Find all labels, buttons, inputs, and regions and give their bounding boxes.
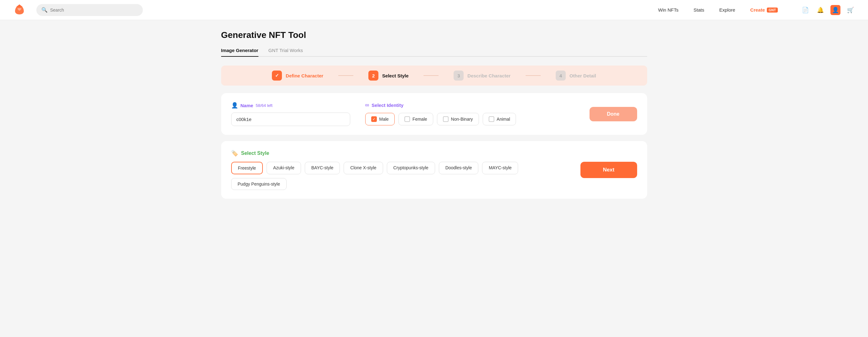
identity-male[interactable]: ✓ Male bbox=[365, 113, 395, 125]
document-icon[interactable]: 📄 bbox=[800, 5, 810, 15]
step-4-label: Other Detail bbox=[569, 73, 596, 78]
define-character-card: 👤 Name 58/64 left ∞ Select Identity ✓ Ma… bbox=[221, 93, 647, 135]
infinity-icon: ∞ bbox=[365, 102, 369, 109]
tab-gnt-trial-works[interactable]: GNT Trial Works bbox=[269, 48, 303, 56]
identity-label-group: ∞ Select Identity bbox=[365, 102, 575, 109]
gnt-badge: GNT bbox=[767, 7, 778, 12]
step-2-num: 2 bbox=[368, 71, 378, 81]
navbar: 🔍 Win NFTs Stats Explore Create GNT 📄 🔔 … bbox=[0, 0, 868, 20]
style-cryptopunks[interactable]: Cryptopunks-style bbox=[387, 162, 435, 174]
search-icon: 🔍 bbox=[41, 7, 48, 13]
nav-links: Win NFTs Stats Explore Create GNT 📄 🔔 👤 … bbox=[658, 5, 856, 15]
tag-icon: 🏷️ bbox=[231, 150, 238, 157]
user-icon[interactable]: 👤 bbox=[830, 5, 840, 15]
nav-icon-group: 📄 🔔 👤 🛒 bbox=[800, 5, 856, 15]
step-1-label: Define Character bbox=[286, 73, 323, 78]
identity-non-binary-label: Non-Binary bbox=[451, 117, 473, 122]
logo[interactable] bbox=[12, 2, 26, 18]
identity-section: ∞ Select Identity ✓ Male Female Non-Bina… bbox=[365, 102, 575, 125]
nav-create[interactable]: Create GNT bbox=[750, 7, 778, 12]
identity-female[interactable]: Female bbox=[398, 113, 433, 125]
identity-animal[interactable]: Animal bbox=[483, 113, 516, 125]
checkbox-male: ✓ bbox=[371, 116, 377, 122]
identity-non-binary[interactable]: Non-Binary bbox=[437, 113, 479, 125]
cart-icon[interactable]: 🛒 bbox=[845, 5, 856, 15]
select-style-card: 🏷️ Select Style Freestyle Azuki-style BA… bbox=[221, 141, 647, 199]
step-3-num: 3 bbox=[454, 71, 464, 81]
style-options: Freestyle Azuki-style BAYC-style Clone X… bbox=[231, 162, 570, 190]
identity-label: Select Identity bbox=[372, 103, 403, 108]
tabs: Image Generator GNT Trial Works bbox=[221, 48, 647, 57]
identity-male-label: Male bbox=[379, 117, 389, 122]
page-title: Generative NFT Tool bbox=[221, 30, 647, 40]
step-2: 2 Select Style bbox=[368, 71, 408, 81]
name-label-group: 👤 Name 58/64 left bbox=[231, 102, 350, 109]
name-section: 👤 Name 58/64 left bbox=[231, 102, 350, 126]
style-mayc[interactable]: MAYC-style bbox=[482, 162, 518, 174]
step-divider-2 bbox=[424, 75, 438, 76]
name-input[interactable] bbox=[231, 113, 350, 126]
step-3: 3 Describe Character bbox=[454, 71, 510, 81]
style-azuki[interactable]: Azuki-style bbox=[267, 162, 301, 174]
stepper: ✓ Define Character 2 Select Style 3 Desc… bbox=[221, 65, 647, 86]
identity-options: ✓ Male Female Non-Binary Animal bbox=[365, 113, 575, 125]
nav-explore[interactable]: Explore bbox=[719, 7, 735, 12]
style-freestyle[interactable]: Freestyle bbox=[231, 162, 263, 174]
checkbox-female bbox=[404, 116, 410, 122]
step-2-label: Select Style bbox=[382, 73, 408, 78]
bell-icon[interactable]: 🔔 bbox=[815, 5, 826, 15]
search-bar[interactable]: 🔍 bbox=[36, 4, 143, 16]
checkbox-animal bbox=[489, 116, 494, 122]
style-doodles[interactable]: Doodles-style bbox=[439, 162, 478, 174]
step-4: 4 Other Detail bbox=[556, 71, 596, 81]
style-pudgy-penguins[interactable]: Pudgy Penguins-style bbox=[231, 178, 287, 190]
name-count: 58/64 left bbox=[256, 103, 273, 108]
step-1: ✓ Define Character bbox=[272, 71, 323, 81]
done-button[interactable]: Done bbox=[590, 107, 637, 121]
style-bayc[interactable]: BAYC-style bbox=[305, 162, 340, 174]
style-content: 🏷️ Select Style Freestyle Azuki-style BA… bbox=[231, 150, 570, 190]
style-label-group: 🏷️ Select Style bbox=[231, 150, 570, 157]
style-clone-x[interactable]: Clone X-style bbox=[344, 162, 383, 174]
nav-stats[interactable]: Stats bbox=[693, 7, 704, 12]
step-divider-3 bbox=[526, 75, 541, 76]
person-icon: 👤 bbox=[231, 102, 238, 109]
identity-female-label: Female bbox=[412, 117, 427, 122]
nav-win-nfts[interactable]: Win NFTs bbox=[658, 7, 679, 12]
tab-image-generator[interactable]: Image Generator bbox=[221, 48, 258, 56]
next-button[interactable]: Next bbox=[581, 162, 637, 178]
step-3-label: Describe Character bbox=[467, 73, 510, 78]
identity-animal-label: Animal bbox=[497, 117, 510, 122]
name-label: Name bbox=[241, 103, 253, 108]
step-divider-1 bbox=[338, 75, 353, 76]
search-input[interactable] bbox=[50, 7, 138, 12]
step-4-num: 4 bbox=[556, 71, 566, 81]
nav-create-label: Create bbox=[750, 7, 765, 12]
style-label: Select Style bbox=[241, 150, 269, 156]
main-content: Generative NFT Tool Image Generator GNT … bbox=[209, 20, 660, 209]
step-1-num: ✓ bbox=[272, 71, 282, 81]
checkbox-non-binary bbox=[443, 116, 448, 122]
